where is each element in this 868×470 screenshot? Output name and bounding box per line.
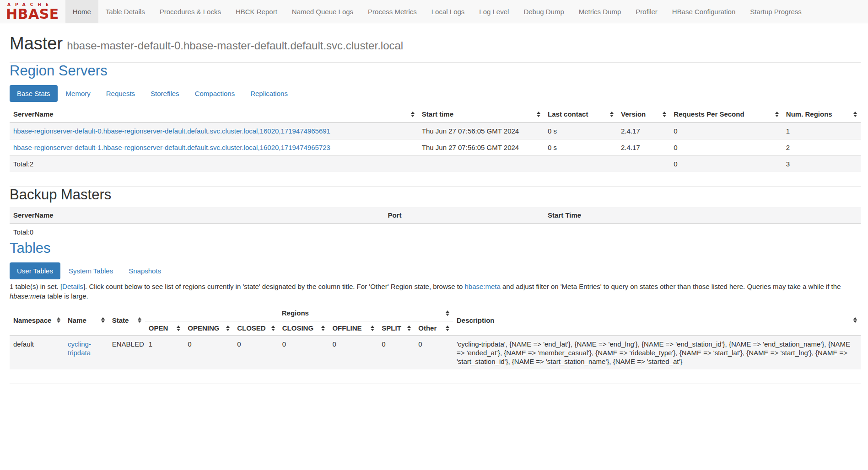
col-header-state[interactable]: State	[108, 305, 145, 336]
col-header-bm-servername: ServerName	[10, 207, 384, 224]
region-server-row: hbase-regionserver-default-0.hbase-regio…	[10, 123, 861, 139]
tables-heading: Tables	[10, 240, 861, 256]
nav-item-hbck-report[interactable]: HBCK Report	[228, 0, 285, 23]
nav-item-log-level[interactable]: Log Level	[472, 0, 516, 23]
num-regions-cell: 1	[782, 123, 861, 139]
tab-snapshots[interactable]: Snapshots	[121, 262, 168, 279]
start-time-cell: Thu Jun 27 07:56:05 GMT 2024	[418, 139, 544, 156]
table-name-link[interactable]: cycling-tripdata	[68, 340, 91, 357]
nav-item-profiler[interactable]: Profiler	[628, 0, 665, 23]
user-tables-table: Namespace Name State Regions Description…	[10, 305, 861, 369]
nav-item-startup-progress[interactable]: Startup Progress	[743, 0, 809, 23]
page-title-text: Master	[10, 34, 63, 53]
sort-icon	[407, 326, 411, 331]
total-num-regions: 3	[782, 156, 861, 172]
tab-user-tables[interactable]: User Tables	[10, 262, 60, 279]
region-servers-table: ServerName Start time Last contact Versi…	[10, 106, 861, 172]
backup-masters-total-row: Total:0	[10, 224, 861, 240]
sort-icon	[101, 317, 105, 323]
tables-note: 1 table(s) in set. [Details]. Click coun…	[10, 282, 861, 301]
col-header-regions-group[interactable]: Regions	[145, 305, 453, 321]
last-contact-cell: 0 s	[544, 139, 617, 156]
sort-icon	[371, 326, 374, 331]
namespace-cell: default	[10, 336, 64, 369]
master-hostname: hbase-master-default-0.hbase-master-defa…	[67, 39, 403, 52]
sort-icon	[446, 310, 449, 316]
col-header-opening[interactable]: OPENING	[184, 321, 233, 336]
other-count-link[interactable]: 0	[418, 340, 422, 348]
bottom-spacer	[10, 384, 861, 397]
col-header-bm-port: Port	[384, 207, 544, 224]
col-header-name[interactable]: Name	[64, 305, 108, 336]
num-regions-cell: 2	[782, 139, 861, 156]
split-count-link[interactable]: 0	[382, 340, 385, 348]
offline-count-link[interactable]: 0	[332, 340, 336, 348]
version-cell: 2.4.17	[617, 139, 670, 156]
tab-storefiles[interactable]: Storefiles	[143, 85, 187, 102]
col-header-requests-per-second[interactable]: Requests Per Second	[670, 106, 782, 123]
nav-item-debug-dump[interactable]: Debug Dump	[516, 0, 571, 23]
nav-item-procedures-locks[interactable]: Procedures & Locks	[152, 0, 228, 23]
opening-count-link[interactable]: 0	[188, 340, 191, 348]
rps-cell: 0	[670, 139, 782, 156]
closed-count-link[interactable]: 0	[237, 340, 241, 348]
nav-item-named-queue-logs[interactable]: Named Queue Logs	[285, 0, 361, 23]
regionserver-link[interactable]: hbase-regionserver-default-0.hbase-regio…	[13, 127, 330, 135]
sort-icon	[775, 112, 779, 117]
user-table-row: default cycling-tripdata ENABLED 1 0 0 0…	[10, 336, 861, 369]
tab-memory[interactable]: Memory	[59, 85, 98, 102]
tab-base-stats[interactable]: Base Stats	[10, 85, 58, 102]
col-header-offline[interactable]: OFFLINE	[329, 321, 378, 336]
sort-icon	[537, 112, 540, 117]
tab-requests[interactable]: Requests	[99, 85, 142, 102]
page-title: Masterhbase-master-default-0.hbase-maste…	[10, 33, 861, 56]
top-navbar: APACHE HBASE Home Table Details Procedur…	[0, 0, 868, 23]
version-cell: 2.4.17	[617, 123, 670, 139]
region-servers-total-row: Total:2 0 3	[10, 156, 861, 172]
hbase-meta-link[interactable]: hbase:meta	[464, 283, 500, 290]
col-header-split[interactable]: SPLIT	[378, 321, 415, 336]
col-header-open[interactable]: OPEN	[145, 321, 184, 336]
sort-icon	[271, 326, 275, 331]
sort-icon	[663, 112, 666, 117]
closing-count-link[interactable]: 0	[282, 340, 286, 348]
tab-system-tables[interactable]: System Tables	[61, 262, 120, 279]
col-header-namespace[interactable]: Namespace	[10, 305, 64, 336]
start-time-cell: Thu Jun 27 07:56:05 GMT 2024	[418, 123, 544, 139]
hbase-logo[interactable]: APACHE HBASE	[0, 0, 65, 23]
col-header-last-contact[interactable]: Last contact	[544, 106, 617, 123]
col-header-servername[interactable]: ServerName	[10, 106, 418, 123]
details-link[interactable]: Details	[62, 283, 83, 290]
col-header-start-time[interactable]: Start time	[418, 106, 544, 123]
sort-icon	[446, 326, 449, 331]
nav-item-metrics-dump[interactable]: Metrics Dump	[571, 0, 629, 23]
col-header-other[interactable]: Other	[415, 321, 453, 336]
col-header-version[interactable]: Version	[617, 106, 670, 123]
total-label: Total:2	[10, 156, 418, 172]
sort-icon	[853, 317, 857, 323]
tab-compactions[interactable]: Compactions	[188, 85, 243, 102]
col-header-closed[interactable]: CLOSED	[233, 321, 279, 336]
region-servers-header-row: ServerName Start time Last contact Versi…	[10, 106, 861, 123]
col-header-bm-start-time: Start Time	[544, 207, 861, 224]
nav-item-home[interactable]: Home	[65, 0, 98, 23]
backup-masters-heading: Backup Masters	[10, 187, 861, 203]
tab-replications[interactable]: Replications	[243, 85, 295, 102]
page-header: Masterhbase-master-default-0.hbase-maste…	[10, 33, 861, 56]
region-servers-tabs: Base Stats Memory Requests Storefiles Co…	[10, 85, 861, 102]
description-cell: 'cycling-tripdata', {NAME => 'end_lat'},…	[453, 336, 861, 369]
sort-icon	[138, 317, 141, 323]
regionserver-link[interactable]: hbase-regionserver-default-1.hbase-regio…	[13, 144, 330, 151]
nav-item-hbase-configuration[interactable]: HBase Configuration	[665, 0, 743, 23]
col-header-closing[interactable]: CLOSING	[279, 321, 329, 336]
sort-icon	[411, 112, 415, 117]
nav-item-process-metrics[interactable]: Process Metrics	[361, 0, 424, 23]
rps-cell: 0	[670, 123, 782, 139]
nav-item-table-details[interactable]: Table Details	[98, 0, 152, 23]
total-label: Total:0	[10, 224, 384, 240]
open-count-link[interactable]: 1	[149, 340, 152, 348]
col-header-num-regions[interactable]: Num. Regions	[782, 106, 861, 123]
nav-item-local-logs[interactable]: Local Logs	[424, 0, 472, 23]
col-header-description[interactable]: Description	[453, 305, 861, 336]
region-servers-heading: Region Servers	[10, 63, 861, 79]
